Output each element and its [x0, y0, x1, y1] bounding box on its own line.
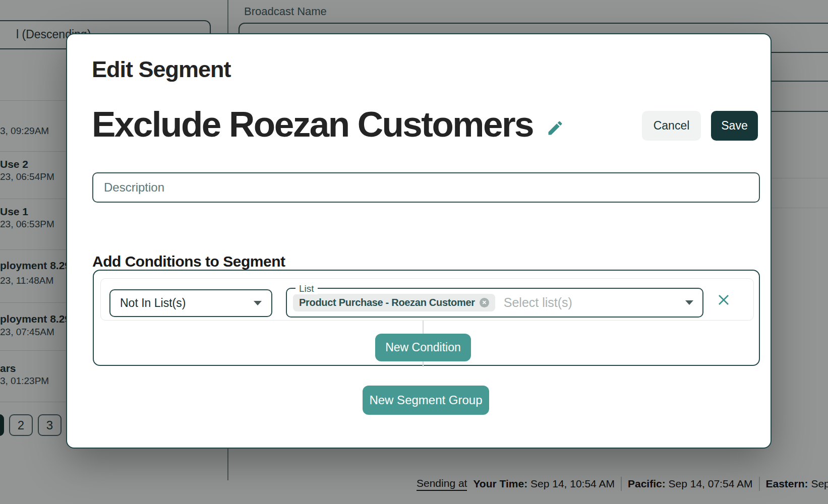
segment-name-row: Exclude Roezan Customers — [92, 104, 564, 145]
condition-row: Not In List(s) List Product Purchase - R… — [100, 278, 754, 321]
save-button[interactable]: Save — [711, 111, 758, 141]
edit-pencil-icon[interactable] — [546, 119, 564, 137]
new-condition-button[interactable]: New Condition — [375, 334, 471, 361]
conditions-heading: Add Conditions to Segment — [92, 253, 285, 270]
remove-condition-icon[interactable] — [717, 293, 730, 306]
chevron-down-icon — [685, 300, 693, 305]
screen: l (Descending) 3, 09:29AM Use 2 23, 06:5… — [0, 0, 828, 504]
new-segment-group-button[interactable]: New Segment Group — [363, 386, 489, 415]
list-multiselect[interactable]: List Product Purchase - Roezan Customer … — [286, 288, 703, 318]
operator-select[interactable]: Not In List(s) — [109, 289, 272, 317]
chip-remove-icon[interactable]: ✕ — [480, 298, 489, 307]
operator-value: Not In List(s) — [120, 296, 186, 310]
edit-segment-modal: Edit Segment Exclude Roezan Customers Ca… — [66, 33, 772, 449]
selected-list-chip-label: Product Purchase - Roezan Customer — [299, 297, 475, 308]
segment-group: Not In List(s) List Product Purchase - R… — [93, 270, 760, 366]
chevron-down-icon — [254, 301, 262, 305]
list-select-placeholder: Select list(s) — [504, 295, 685, 310]
cancel-button[interactable]: Cancel — [642, 111, 701, 141]
modal-title: Edit Segment — [92, 56, 231, 83]
description-input[interactable] — [92, 172, 760, 203]
selected-list-chip[interactable]: Product Purchase - Roezan Customer ✕ — [293, 294, 495, 311]
list-field-legend: List — [295, 283, 318, 294]
modal-actions: Cancel Save — [642, 111, 758, 141]
segment-name: Exclude Roezan Customers — [92, 104, 533, 145]
